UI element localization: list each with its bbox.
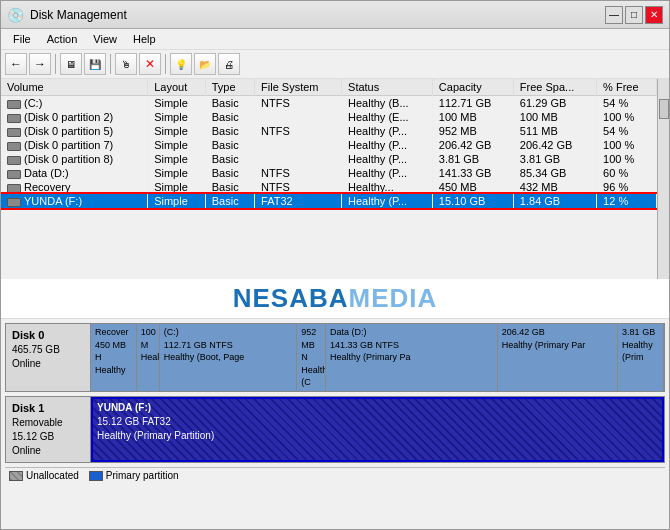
disk1-type: Removable [12,417,63,428]
disk1-yunda[interactable]: YUNDA (F:) 15.12 GB FAT32 Healthy (Prima… [91,397,664,462]
forward-button[interactable]: → [29,53,51,75]
close-button[interactable]: ✕ [645,6,663,24]
col-freespace[interactable]: Free Spa... [513,79,596,96]
partition-size: 3.81 GB [622,326,659,339]
disk0-100mb[interactable]: 100 M Healt [137,324,160,391]
disk-drive-icon [7,156,21,165]
col-volume[interactable]: Volume [1,79,148,96]
partition-size: 206.42 GB [502,326,613,339]
disk1-size: 15.12 GB [12,431,54,442]
table-row[interactable]: YUNDA (F:)SimpleBasicFAT32Healthy (P...1… [1,194,657,208]
minimize-button[interactable]: — [605,6,623,24]
menu-help[interactable]: Help [125,31,164,47]
disk-drive-icon [7,184,21,193]
window-icon: 💿 [7,7,24,23]
open-button[interactable]: 📂 [194,53,216,75]
watermark-area: NESABAMEDIA [1,279,669,319]
col-status[interactable]: Status [342,79,433,96]
window-title: Disk Management [30,8,127,22]
properties-button[interactable]: 🖥 [60,53,82,75]
col-capacity[interactable]: Capacity [432,79,513,96]
disk-management-window: 💿 Disk Management — □ ✕ File Action View… [0,0,670,530]
table-row[interactable]: (Disk 0 partition 8)SimpleBasicHealthy (… [1,152,657,166]
volumes-panel: Volume Layout Type File System Status Ca… [1,79,669,279]
disk1-partitions: YUNDA (F:) 15.12 GB FAT32 Healthy (Prima… [91,397,664,462]
disk0-section: Disk 0 465.75 GB Online Recover 450 MB H… [5,323,665,392]
legend-primary-box [89,471,103,481]
refresh-button[interactable]: 💾 [84,53,106,75]
legend-unalloc-box [9,471,23,481]
partition-status: Healthy (C [301,364,321,389]
disk-drive-icon [7,142,21,151]
partition-name: 952 MB N [301,326,321,364]
disk0-data[interactable]: Data (D:) 141.33 GB NTFS Healthy (Primar… [326,324,498,391]
menu-view[interactable]: View [85,31,125,47]
disk0-952mb[interactable]: 952 MB N Healthy (C [297,324,326,391]
col-layout[interactable]: Layout [148,79,206,96]
partition-status: Healthy (Prim [622,339,659,364]
help-button[interactable]: 💡 [170,53,192,75]
legend-primary-label: Primary partition [106,470,179,481]
table-row[interactable]: (Disk 0 partition 2)SimpleBasicHealthy (… [1,110,657,124]
disk0-status: Online [12,358,41,369]
disk0-381gb[interactable]: 3.81 GB Healthy (Prim [618,324,664,391]
partition-size: 15.12 GB FAT32 [97,415,658,429]
partition-status: Healthy (Primary Partition) [97,429,658,443]
partition-name: (C:) [164,326,293,339]
delete-button[interactable]: ✕ [139,53,161,75]
bottom-panel: Disk 0 465.75 GB Online Recover 450 MB H… [1,319,669,529]
table-row[interactable]: (Disk 0 partition 7)SimpleBasicHealthy (… [1,138,657,152]
disk-drive-icon [7,100,21,109]
sep2 [110,54,111,74]
disk0-size: 465.75 GB [12,344,60,355]
disk-drive-icon [7,128,21,137]
table-scroll-area[interactable]: Volume Layout Type File System Status Ca… [1,79,657,279]
col-type[interactable]: Type [205,79,254,96]
disk0-label: Disk 0 465.75 GB Online [6,324,91,391]
menu-file[interactable]: File [5,31,39,47]
partition-name: Recover [95,326,132,339]
disk-drive-icon [7,170,21,179]
disk-drive-icon [7,198,21,207]
disk1-section: Disk 1 Removable 15.12 GB Online YUNDA (… [5,396,665,463]
table-row[interactable]: RecoverySimpleBasicNTFSHealthy...450 MB4… [1,180,657,194]
menu-action[interactable]: Action [39,31,86,47]
partition-status: Healt [141,351,155,364]
sep1 [55,54,56,74]
partition-name: 100 M [141,326,155,351]
table-row[interactable]: (Disk 0 partition 5)SimpleBasicNTFSHealt… [1,124,657,138]
table-scrollbar[interactable] [657,79,669,279]
print-button[interactable]: 🖨 [218,53,240,75]
col-pctfree[interactable]: % Free [597,79,657,96]
legend-bar: Unallocated Primary partition [5,467,665,483]
legend-unalloc-label: Unallocated [26,470,79,481]
legend-unallocated: Unallocated [9,470,79,481]
col-filesystem[interactable]: File System [255,79,342,96]
disk1-status: Online [12,445,41,456]
table-row[interactable]: (C:)SimpleBasicNTFSHealthy (B...112.71 G… [1,96,657,111]
partition-status: Healthy (Primary Par [502,339,613,352]
disk0-206gb[interactable]: 206.42 GB Healthy (Primary Par [498,324,618,391]
partition-size: 112.71 GB NTFS [164,339,293,352]
disk-drive-icon [7,114,21,123]
partition-status: Healthy (Primary Pa [330,351,493,364]
table-header-row: Volume Layout Type File System Status Ca… [1,79,657,96]
menu-bar: File Action View Help [1,29,669,50]
back-button[interactable]: ← [5,53,27,75]
disk0-c[interactable]: (C:) 112.71 GB NTFS Healthy (Boot, Page [160,324,298,391]
maximize-button[interactable]: □ [625,6,643,24]
toolbar: ← → 🖥 💾 🖱 ✕ 💡 📂 🖨 [1,50,669,79]
disk0-recover[interactable]: Recover 450 MB H Healthy [91,324,137,391]
partition-status: Healthy (Boot, Page [164,351,293,364]
disk1-label: Disk 1 Removable 15.12 GB Online [6,397,91,462]
volumes-table: Volume Layout Type File System Status Ca… [1,79,657,208]
disk0-name: Disk 0 [12,329,44,341]
title-controls[interactable]: — □ ✕ [605,6,663,24]
partition-size: 450 MB H [95,339,132,364]
table-row[interactable]: Data (D:)SimpleBasicNTFSHealthy (P...141… [1,166,657,180]
title-bar: 💿 Disk Management — □ ✕ [1,1,669,29]
partition-status: Healthy [95,364,132,377]
title-bar-left: 💿 Disk Management [7,7,127,23]
settings-button[interactable]: 🖱 [115,53,137,75]
partition-name: YUNDA (F:) [97,401,658,415]
